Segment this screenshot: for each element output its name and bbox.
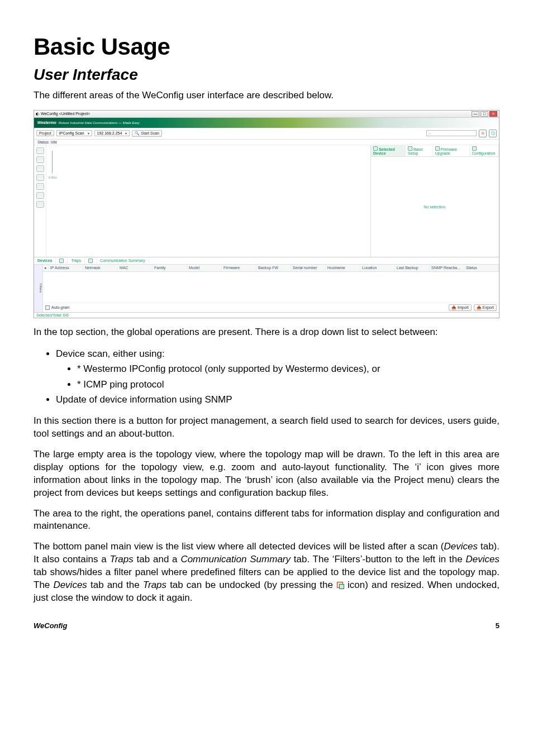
col-mac[interactable]: MAC [118,265,153,271]
col-firmware[interactable]: Firmware [222,265,256,271]
start-scan-label: Start Scan [141,131,159,135]
brand-tagline: Robust Industrial Data Communications — … [59,121,140,125]
filters-toggle[interactable]: Filters [34,265,43,312]
status-row: Status: Idle [34,140,499,145]
app-icon: ◐ [36,112,39,116]
undock-icon [59,259,64,263]
tab-comm-summary[interactable]: Communication Summary [97,257,149,264]
refresh-mini-icon-3 [435,146,440,151]
info-icon[interactable] [36,183,44,190]
col-lastbackup[interactable]: Last Backup [395,265,430,271]
toolbar: Project IPConfig Scan 192.168.2.254 🔍 St… [34,128,499,140]
refresh-mini-icon-2 [408,146,412,151]
search-input[interactable]: ⌕ [426,130,477,136]
bottom-panel: Devices Traps Communication Summary Filt… [34,257,499,312]
topology-view[interactable]: 0.00x [46,145,370,257]
col-status[interactable]: Status [464,265,499,271]
bp-traps-2: Traps [143,580,166,590]
settings-button[interactable]: ⚙ [479,130,487,137]
zoom-slider[interactable] [52,151,53,173]
bp-comm: Communication Summary [180,554,291,564]
bp-1: The bottom panel main view is the list v… [34,541,444,552]
tab-traps[interactable]: Traps [68,257,85,264]
undock-icon-2 [88,259,93,263]
import-label: Import [458,305,469,309]
col-netmask[interactable]: Netmask [83,265,118,271]
about-button[interactable]: ⓘ [489,130,497,137]
refresh-mini-icon [373,146,378,151]
maximize-button[interactable]: □ [480,111,488,117]
refresh-icon[interactable] [36,192,44,199]
tab-devices-undock[interactable] [56,257,68,264]
tab-firmware-upgrade[interactable]: Firmware Upgrade [433,145,470,156]
bp-7: tab can be undocked (by pressing the [166,580,336,590]
list-item-device-scan: Device scan, either using: Westermo IPCo… [56,347,499,392]
main-area: 0.00x Selected Device Basic Setup Firmwa… [34,145,499,257]
zoom-fit-icon[interactable] [36,147,44,154]
device-table-header: ▸ IP Address Netmask MAC Family Model Fi… [43,265,499,272]
col-location[interactable]: Location [360,265,395,271]
tab-traps-undock[interactable] [85,257,97,264]
col-family[interactable]: Family [153,265,187,271]
window-title: WeConfig <Untitled Project> [41,112,90,116]
col-serial[interactable]: Serial number [291,265,326,271]
auto-gram-checkbox[interactable]: Auto-gram [45,305,70,310]
operations-panel: Selected Device Basic Setup Firmware Upg… [370,145,499,257]
auto-gram-label: Auto-gram [51,305,70,309]
app-window: ◐ WeConfig <Untitled Project> — □ × West… [34,110,499,318]
export-label: Export [483,305,494,309]
refresh-mini-icon-4 [472,146,477,151]
tab-devices[interactable]: Devices [34,257,56,264]
tab-basic-setup[interactable]: Basic Setup [406,145,433,156]
brush-icon[interactable] [36,201,44,208]
topology-left-tools [34,145,46,257]
zoom-plus-icon[interactable] [36,156,44,163]
bottom-panel-paragraph: The bottom panel main view is the list v… [34,540,499,605]
col-ip[interactable]: IP Address [49,265,83,271]
bp-devices-2: Devices [466,554,499,564]
tab-selected-device[interactable]: Selected Device [371,145,406,156]
right-area-paragraph: The area to the right, the operations pa… [34,508,499,533]
project-button[interactable]: Project [36,130,54,136]
brand-banner: Westermo Robust Industrial Data Communic… [34,118,499,128]
col-snmp[interactable]: SNMP Reacha… [430,265,464,271]
close-button[interactable]: × [489,111,497,117]
import-button[interactable]: 📥 Import [449,304,472,311]
bp-4: tab. The ‘Filters’-button to the left in… [291,554,466,564]
sub-item-icmp: ICMP ping protocol [77,377,499,392]
tab-configuration[interactable]: Configuration [470,145,499,156]
start-scan-button[interactable]: 🔍 Start Scan [132,130,162,137]
col-hostname[interactable]: Hostname [326,265,360,271]
zoom-scale-label: 0.00x [49,176,57,179]
sub-item-ipconfig: Westermo IPConfig protocol (only support… [77,362,499,376]
list-item-update-snmp: Update of device information using SNMP [56,393,499,407]
col-expand[interactable]: ▸ [43,265,49,271]
col-model[interactable]: Model [187,265,222,271]
ops-tabs: Selected Device Basic Setup Firmware Upg… [371,145,499,157]
window-controls: — □ × [472,111,497,117]
device-table-body [43,272,499,303]
zoom-100-icon[interactable] [36,165,44,172]
col-backupfw[interactable]: Backup FW [256,265,291,271]
large-area-paragraph: The large empty area is the topology vie… [34,448,499,500]
bp-6: tab and the [87,580,143,590]
bottom-tabs: Devices Traps Communication Summary [34,257,499,265]
brand-name: Westermo [37,121,56,125]
footer-product: WeConfig [34,621,67,630]
layout-icon[interactable] [36,174,44,181]
device-scan-sublist: Westermo IPConfig protocol (only support… [72,362,499,391]
undock-inline-icon [336,581,344,589]
status-bar: Selected/Total: 0/0 [34,312,499,318]
export-button[interactable]: 📤 Export [474,304,497,311]
intro-paragraph: The different areas of the WeConfig user… [34,89,499,102]
ops-body: No selection. [371,157,499,257]
top-section-note: In this section there is a button for pr… [34,415,499,441]
top-section-intro: In the top section, the global operation… [34,326,499,339]
page-h2-user-interface: User Interface [34,66,499,84]
footer-page: 5 [496,621,499,630]
scan-mode-select[interactable]: IPConfig Scan [56,130,92,136]
minimize-button[interactable]: — [472,111,479,117]
scan-target-select[interactable]: 192.168.2.254 [94,130,130,136]
checkbox-icon [45,305,50,310]
page-footer: WeConfig 5 [34,621,499,630]
